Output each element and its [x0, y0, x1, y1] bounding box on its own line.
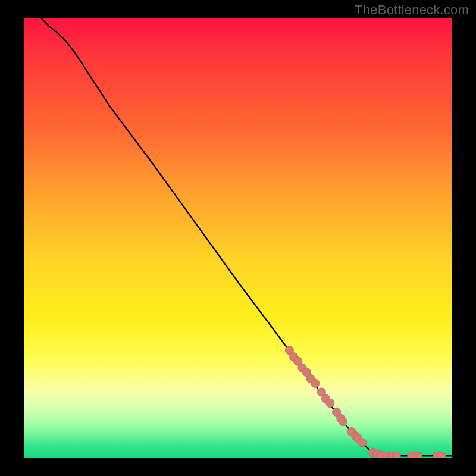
chart-svg [24, 18, 452, 458]
plot-area [24, 18, 452, 458]
chart-frame: TheBottleneck.com [0, 0, 476, 476]
data-marker [339, 417, 347, 425]
marker-layer [285, 346, 446, 459]
watermark-text: TheBottleneck.com [355, 2, 469, 18]
data-marker [326, 399, 334, 407]
data-marker [311, 379, 319, 387]
curve-layer [41, 18, 452, 456]
curve-path [41, 18, 452, 456]
data-marker [358, 439, 367, 447]
data-marker [414, 452, 422, 458]
